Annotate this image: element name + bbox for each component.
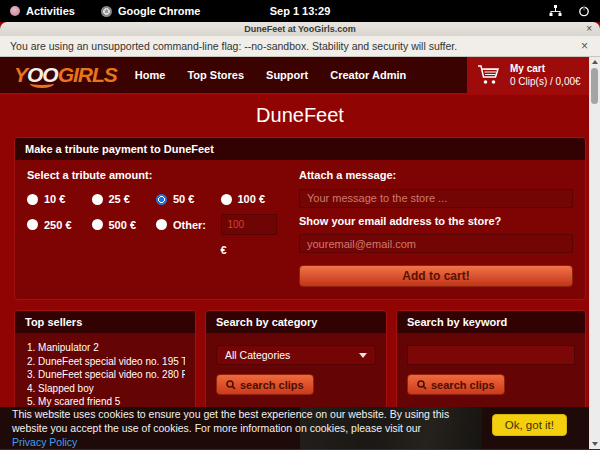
amount-option-50[interactable]: 50 € xyxy=(156,193,221,205)
logo-part: GIRLS xyxy=(58,63,117,86)
cookie-text: This website uses cookies to ensure you … xyxy=(12,407,452,449)
top-seller-item[interactable]: 3. DuneFeet special video no. 280 F xyxy=(27,368,185,382)
page-scrollbar[interactable] xyxy=(589,57,600,449)
cookie-banner: This website uses cookies to ensure you … xyxy=(0,407,600,449)
category-select[interactable]: All Categories xyxy=(216,345,376,365)
radio-icon[interactable] xyxy=(27,194,38,205)
activities-label: Activities xyxy=(26,5,75,17)
nav-item-creator-admin[interactable]: Creator Admin xyxy=(330,69,406,81)
amount-option-label: Other: xyxy=(173,219,206,231)
search-clips-by-category-button[interactable]: search clips xyxy=(216,374,314,395)
desktop-topbar: Activities Google Chrome Sep 1 13:29 xyxy=(0,0,600,22)
site-header: YOOGIRLS HomeTop StoresSupportCreator Ad… xyxy=(0,57,600,95)
site-logo[interactable]: YOOGIRLS xyxy=(14,63,117,87)
top-sellers-list: 1. Manipulator 22. DuneFeet special vide… xyxy=(15,333,195,409)
cookie-accept-button[interactable]: Ok, got it! xyxy=(492,414,567,436)
amount-option-label: 10 € xyxy=(44,193,65,205)
radio-icon[interactable] xyxy=(221,194,232,205)
keyword-search-title: Search by keyword xyxy=(397,311,585,333)
tribute-panel-title: Make a tribute payment to DuneFeet xyxy=(15,138,585,160)
category-search-panel: Search by category All Categories search… xyxy=(205,310,387,410)
keyword-input[interactable] xyxy=(407,345,575,365)
amount-option-Other[interactable]: Other: xyxy=(156,214,221,235)
radio-icon[interactable] xyxy=(156,219,167,230)
top-seller-item[interactable]: 2. DuneFeet special video no. 195 T xyxy=(27,355,185,369)
keyword-search-panel: Search by keyword search clips xyxy=(396,310,586,410)
warning-close-icon[interactable]: × xyxy=(581,39,588,53)
email-label: Show your email address to the store? xyxy=(299,215,573,227)
cart-widget[interactable]: My cart 0 Clip(s) / 0,00€ xyxy=(467,57,589,94)
scroll-down-icon[interactable] xyxy=(589,439,600,449)
radio-icon[interactable] xyxy=(156,194,167,205)
message-input[interactable] xyxy=(299,189,573,208)
amount-option-500[interactable]: 500 € xyxy=(92,214,157,235)
top-sellers-title: Top sellers xyxy=(15,311,195,333)
category-select-value: All Categories xyxy=(225,349,290,361)
cart-label: My cart xyxy=(510,62,581,75)
browser-window: DuneFeet at YooGirls.com × You are using… xyxy=(0,22,600,450)
sandbox-warning-bar: You are using an unsupported command-lin… xyxy=(0,36,600,57)
sandbox-warning-text: You are using an unsupported command-lin… xyxy=(10,40,457,52)
page-viewport: YOOGIRLS HomeTop StoresSupportCreator Ad… xyxy=(0,57,600,449)
chrome-icon xyxy=(101,6,112,17)
amount-option-10[interactable]: 10 € xyxy=(27,193,92,205)
network-icon[interactable] xyxy=(549,5,562,17)
amount-option-250[interactable]: 250 € xyxy=(27,214,92,235)
top-seller-item[interactable]: 4. Slapped boy xyxy=(27,382,185,396)
top-sellers-panel: Top sellers 1. Manipulator 22. DuneFeet … xyxy=(14,310,196,410)
scrollbar-thumb[interactable] xyxy=(591,68,598,104)
cart-icon xyxy=(477,64,501,86)
window-close-icon[interactable]: × xyxy=(586,23,592,34)
amount-option-label: 250 € xyxy=(44,219,72,231)
top-seller-item[interactable]: 1. Manipulator 2 xyxy=(27,341,185,355)
message-label: Attach a message: xyxy=(299,169,573,181)
activities-button[interactable]: Activities xyxy=(10,5,75,17)
chrome-app-indicator[interactable]: Google Chrome xyxy=(101,5,201,17)
currency-label: € xyxy=(221,244,286,256)
amount-option-25[interactable]: 25 € xyxy=(92,193,157,205)
amount-option-100[interactable]: 100 € xyxy=(221,193,286,205)
search-icon xyxy=(226,380,236,390)
other-amount-input[interactable] xyxy=(221,214,277,235)
amount-label: Select a tribute amount: xyxy=(27,169,285,181)
search-clips-by-keyword-button[interactable]: search clips xyxy=(407,374,505,395)
chrome-app-label: Google Chrome xyxy=(118,5,201,17)
amount-option-label: 25 € xyxy=(109,193,130,205)
search-clips-label: search clips xyxy=(240,379,304,391)
main-nav: HomeTop StoresSupportCreator Admin xyxy=(135,69,406,81)
window-title: DuneFeet at YooGirls.com xyxy=(244,24,356,34)
tribute-panel: Make a tribute payment to DuneFeet Selec… xyxy=(14,137,586,300)
activities-icon xyxy=(10,6,20,16)
privacy-policy-link[interactable]: Privacy Policy xyxy=(12,436,77,448)
chevron-down-icon xyxy=(359,353,367,358)
email-input[interactable] xyxy=(299,234,573,253)
nav-item-home[interactable]: Home xyxy=(135,69,166,81)
search-clips-label: search clips xyxy=(431,379,495,391)
radio-icon[interactable] xyxy=(27,219,38,230)
logo-part: Y xyxy=(14,63,27,86)
amount-option-label: 100 € xyxy=(238,193,266,205)
cart-summary: 0 Clip(s) / 0,00€ xyxy=(510,75,581,88)
amount-option-label: 500 € xyxy=(109,219,137,231)
lower-page-content: Black sleek 7 This website uses cookies … xyxy=(0,407,600,449)
search-icon xyxy=(417,380,427,390)
category-search-title: Search by category xyxy=(206,311,386,333)
add-to-cart-button[interactable]: Add to cart! xyxy=(299,265,573,287)
radio-icon[interactable] xyxy=(92,219,103,230)
page-title: DuneFeet xyxy=(0,95,600,137)
scroll-up-icon[interactable] xyxy=(589,57,600,67)
radio-icon[interactable] xyxy=(92,194,103,205)
amount-option-label: 50 € xyxy=(173,193,194,205)
logo-smile-decoration xyxy=(30,79,54,88)
power-icon[interactable] xyxy=(578,5,590,17)
amount-options: 10 €25 €50 €100 €250 €500 €Other:€ xyxy=(27,193,285,256)
nav-item-top-stores[interactable]: Top Stores xyxy=(187,69,244,81)
window-titlebar[interactable]: DuneFeet at YooGirls.com × xyxy=(0,22,600,36)
nav-item-support[interactable]: Support xyxy=(266,69,308,81)
